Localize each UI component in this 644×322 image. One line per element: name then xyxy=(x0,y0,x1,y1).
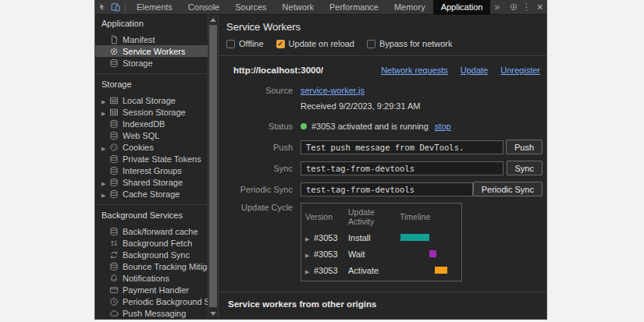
sidebar-item-session-storage[interactable]: Session Storage xyxy=(95,106,208,118)
update-cycle-table: Version Update Activity Timeline #3053 I… xyxy=(301,203,462,281)
sidebar-item-label: Cache Storage xyxy=(123,189,180,199)
section-title: Storage xyxy=(95,79,208,90)
sidebar-item-local-storage[interactable]: Local Storage xyxy=(95,94,208,106)
sidebar-scrollbar[interactable] xyxy=(208,15,218,318)
sidebar-item-background-sync[interactable]: Background Sync xyxy=(95,249,208,260)
version-cell: #3053 xyxy=(314,233,338,242)
settings-gear-icon[interactable] xyxy=(507,1,520,14)
push-button[interactable]: Push xyxy=(506,140,543,154)
device-toolbar-icon[interactable] xyxy=(109,1,122,14)
section-title: Background Services xyxy=(95,210,208,221)
sidebar-item-bounce-tracking-mitigations[interactable]: Bounce Tracking Mitigations xyxy=(95,260,208,272)
cookie-icon xyxy=(109,143,119,152)
received-row: Received 9/2/2023, 9:29:31 AM xyxy=(219,101,546,111)
sidebar-item-label: Session Storage xyxy=(123,108,186,117)
database-icon xyxy=(109,189,119,199)
checkbox-box[interactable] xyxy=(276,40,285,48)
up-down-arrows-icon xyxy=(109,239,119,248)
periodic-sync-row: Periodic Sync Periodic Sync xyxy=(219,182,546,196)
status-row: Status #3053 activated and is running st… xyxy=(219,122,546,131)
update-cycle-row: Update Cycle Version Update Activity Tim… xyxy=(219,203,546,281)
push-message-input[interactable] xyxy=(301,140,503,154)
scrollbar-thumb[interactable] xyxy=(209,25,217,307)
sync-tag-input[interactable] xyxy=(301,161,503,175)
update-on-reload-checkbox[interactable]: Update on reload xyxy=(276,39,354,48)
sync-button[interactable]: Sync xyxy=(507,161,543,175)
tab-sources[interactable]: Sources xyxy=(227,0,274,15)
close-icon[interactable] xyxy=(533,1,546,14)
database-icon xyxy=(109,166,119,175)
expander-icon[interactable] xyxy=(101,189,109,199)
update-link[interactable]: Update xyxy=(461,65,488,75)
tab-elements[interactable]: Elements xyxy=(129,0,180,15)
activity-cell: Install xyxy=(348,233,400,242)
sidebar-item-web-sql[interactable]: Web SQL xyxy=(95,129,208,141)
sidebar-item-service-workers[interactable]: Service Workers xyxy=(95,45,208,57)
expander-icon[interactable] xyxy=(101,96,109,105)
tab-memory[interactable]: Memory xyxy=(386,0,433,15)
sidebar-item-back-forward-cache[interactable]: Back/forward cache xyxy=(95,225,208,237)
activity-cell: Wait xyxy=(348,249,400,259)
checkbox-label: Bypass for network xyxy=(379,39,453,48)
checkbox-box[interactable] xyxy=(226,40,235,48)
network-requests-link[interactable]: Network requests xyxy=(381,65,448,75)
sidebar-item-indexeddb[interactable]: IndexedDB xyxy=(95,118,208,129)
activity-cell: Activate xyxy=(348,266,400,275)
checkbox-box[interactable] xyxy=(367,40,375,48)
tab-network[interactable]: Network xyxy=(275,0,322,15)
expander-icon[interactable] xyxy=(305,266,314,275)
sidebar-item-push-messaging[interactable]: Push Messaging xyxy=(95,307,208,318)
sidebar-item-label: Interest Groups xyxy=(123,166,182,175)
worker-origin: http://localhost:3000/ xyxy=(233,65,323,75)
database-icon xyxy=(109,178,119,187)
expander-icon[interactable] xyxy=(101,178,109,187)
scroll-down-button[interactable] xyxy=(208,309,218,318)
sidebar-item-cache-storage[interactable]: Cache Storage xyxy=(95,188,208,200)
bell-icon xyxy=(109,274,119,283)
table-icon xyxy=(109,108,119,117)
sidebar-item-label: Shared Storage xyxy=(123,178,183,187)
unregister-link[interactable]: Unregister xyxy=(500,65,540,75)
kebab-menu-icon[interactable] xyxy=(520,1,533,14)
periodic-sync-tag-input[interactable] xyxy=(301,182,473,196)
tab-performance[interactable]: Performance xyxy=(322,0,386,15)
sidebar-item-private-state-tokens[interactable]: Private State Tokens xyxy=(95,153,208,165)
tab-console[interactable]: Console xyxy=(180,0,227,15)
devtools-window: Elements Console Sources Network Perform… xyxy=(95,0,546,319)
sidebar-item-notifications[interactable]: Notifications xyxy=(95,272,208,284)
checkbox-label: Update on reload xyxy=(289,39,354,48)
origin-links: Network requests Update Unregister xyxy=(381,65,540,75)
expander-icon[interactable] xyxy=(101,108,109,117)
sidebar-item-cookies[interactable]: Cookies xyxy=(95,141,208,153)
sidebar-item-label: Periodic Background Sync xyxy=(123,297,208,306)
expander-icon[interactable] xyxy=(305,233,314,242)
database-icon xyxy=(109,131,119,140)
periodic-sync-button[interactable]: Periodic Sync xyxy=(473,182,543,196)
inspect-icon[interactable] xyxy=(95,1,109,14)
sidebar-item-manifest[interactable]: Manifest xyxy=(95,34,208,45)
sidebar-item-shared-storage[interactable]: Shared Storage xyxy=(95,176,208,188)
received-timestamp: Received 9/2/2023, 9:29:31 AM xyxy=(301,101,421,111)
sidebar-item-background-fetch[interactable]: Background Fetch xyxy=(95,237,208,249)
stop-link[interactable]: stop xyxy=(435,122,451,131)
other-origins-section: Service workers from other origins See a… xyxy=(219,292,546,318)
table-row: #3053 Wait xyxy=(305,249,457,259)
offline-checkbox[interactable]: Offline xyxy=(226,39,264,48)
see-all-registrations-link[interactable]: See all registrations xyxy=(228,317,304,318)
bypass-for-network-checkbox[interactable]: Bypass for network xyxy=(367,39,453,48)
more-tabs-chevron-icon[interactable] xyxy=(490,2,503,12)
sidebar-item-interest-groups[interactable]: Interest Groups xyxy=(95,165,208,176)
sidebar-item-payment-handler[interactable]: Payment Handler xyxy=(95,284,208,295)
page-title: Service Workers xyxy=(226,21,539,33)
sidebar-item-storage[interactable]: Storage xyxy=(95,57,208,69)
tab-application[interactable]: Application xyxy=(433,0,491,15)
service-workers-panel: Service Workers Offline Update on reload… xyxy=(218,15,546,318)
sidebar-item-label: Local Storage xyxy=(123,96,176,105)
expander-icon[interactable] xyxy=(101,143,109,152)
document-icon xyxy=(109,35,119,44)
sidebar-item-periodic-background-sync[interactable]: Periodic Background Sync xyxy=(95,295,208,307)
source-file-link[interactable]: service-worker.js xyxy=(301,86,365,95)
expander-icon[interactable] xyxy=(305,249,314,259)
scroll-up-button[interactable] xyxy=(208,15,218,24)
sidebar-item-label: Push Messaging xyxy=(123,309,186,318)
